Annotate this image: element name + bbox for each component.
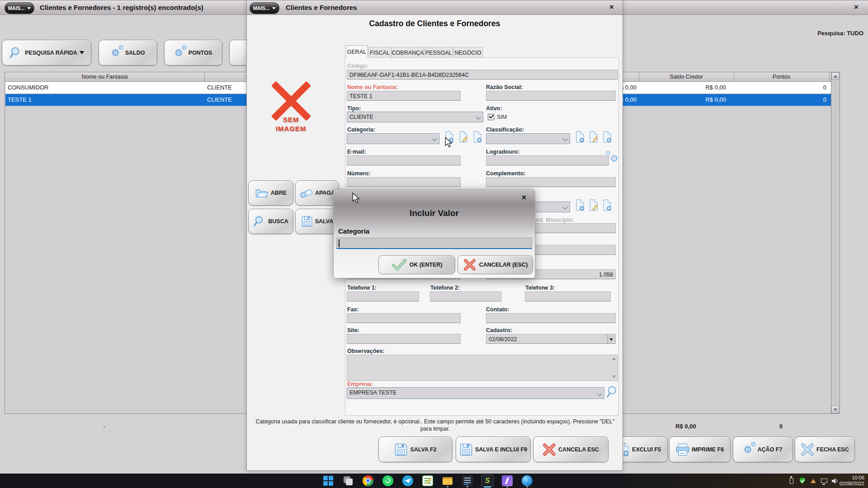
numero-field[interactable] (347, 177, 461, 187)
scroll-up-button[interactable] (611, 356, 617, 361)
chrome-button[interactable] (362, 474, 374, 487)
tab-cobranca[interactable]: COBRANÇA (392, 47, 424, 58)
cadastro-drop-button[interactable] (607, 335, 615, 344)
scroll-up-button[interactable] (831, 72, 839, 80)
dialog-categoria-input[interactable] (336, 238, 532, 249)
classificacao-combo[interactable] (486, 133, 570, 144)
update-tray-icon[interactable] (810, 478, 816, 484)
cadastro-field[interactable]: 02/08/2022 (486, 334, 616, 344)
complemento-field[interactable] (486, 177, 616, 187)
triangle-down-icon (609, 338, 613, 341)
cadastro-value: 02/08/2022 (489, 336, 517, 343)
acao-button[interactable]: AÇÃO F7 (733, 436, 793, 462)
form-mais-label: MAIS... (253, 5, 270, 11)
salva-e-inclui-button[interactable]: SALVA E INCLUI F9 (456, 436, 531, 462)
classificacao-delete-button[interactable] (602, 131, 612, 143)
empresa-label: Empresa: (347, 381, 373, 387)
municipio-delete-button[interactable] (602, 199, 612, 211)
cell-nome: CONSUMIDOR (8, 82, 202, 94)
municipio-add-button[interactable] (575, 199, 585, 211)
usb-tray-icon[interactable] (788, 478, 795, 484)
pesquisa-rapida-button[interactable]: PESQUISA RÁPIDA (2, 40, 91, 66)
form-close-button[interactable]: × (607, 3, 616, 12)
scroll-down-button[interactable] (831, 406, 839, 413)
chrome-icon (363, 475, 373, 486)
apaga-label: APAGA (315, 190, 335, 196)
document-edit-icon (459, 131, 468, 143)
chevron-down-icon (562, 204, 567, 209)
dialog-cancel-button[interactable]: CANCELAR (ESC) (458, 255, 533, 274)
tab-fiscal[interactable]: FISCAL (368, 47, 392, 58)
categoria-combo[interactable] (347, 133, 439, 144)
column-header-pontos[interactable]: Pontos (734, 72, 829, 81)
ativo-checkbox[interactable] (488, 114, 494, 120)
pontos-button[interactable]: PONTOS (164, 40, 222, 66)
salva-side-button[interactable]: SALVA (295, 209, 339, 234)
classificacao-add-button[interactable] (575, 131, 585, 143)
tipo-combo[interactable]: CLIENTE (347, 112, 483, 122)
dialog-close-button[interactable]: × (519, 193, 528, 202)
file-explorer-button[interactable] (441, 474, 454, 487)
telefone3-field[interactable] (525, 291, 611, 301)
column-header-nome[interactable]: Nome ou Fantasia (5, 72, 204, 81)
fax-field[interactable] (347, 313, 461, 323)
main-close-button[interactable]: × (852, 3, 861, 12)
start-button[interactable] (322, 474, 335, 487)
volume-tray-icon[interactable] (831, 478, 838, 484)
notepad-button[interactable] (421, 474, 434, 487)
table-scrollbar[interactable] (831, 72, 840, 413)
logradouro-lookup-button[interactable] (610, 153, 621, 165)
empresa-combo[interactable]: EMPRESA TESTE (347, 387, 604, 399)
razao-social-field[interactable] (486, 91, 616, 101)
categoria-delete-button[interactable] (472, 131, 482, 143)
empresa-search-button[interactable] (606, 385, 619, 399)
main-window-title: Clientes e Fornedores - 1 registro(s) en… (40, 4, 203, 11)
main-mais-menu-button[interactable]: MAIS... (5, 2, 34, 14)
taskbar-clock[interactable]: 10:06 02/08/2022 (840, 475, 864, 487)
taskbar-icons: S (322, 474, 533, 488)
saldo-button[interactable]: SALDO (99, 40, 157, 66)
task-view-button[interactable] (342, 474, 354, 487)
nome-fantasia-field[interactable]: TESTE 1 (347, 91, 461, 101)
active-app-button[interactable]: S (481, 474, 494, 487)
site-field[interactable] (347, 334, 461, 344)
floppy-disk-icon (459, 443, 473, 456)
form-mais-menu-button[interactable]: MAIS... (250, 2, 279, 14)
contato-field[interactable] (486, 313, 616, 323)
whatsapp-button[interactable] (382, 474, 394, 487)
tab-pessoal[interactable]: PESSOAL (424, 47, 453, 58)
active-app-icon: S (482, 475, 493, 486)
classificacao-edit-button[interactable] (589, 131, 599, 143)
dialog-ok-button[interactable]: OK (ENTER) (378, 255, 455, 274)
salva-f2-button[interactable]: SALVA F2 (378, 436, 453, 462)
fecha-button[interactable]: FECHA ESC (795, 436, 855, 462)
task-view-icon (343, 475, 354, 486)
notes-app-button[interactable] (461, 474, 474, 487)
total-pontos: 0 (733, 423, 829, 430)
abre-label: ABRE (271, 190, 287, 196)
column-header-saldo-credor[interactable]: Saldo Credor (639, 72, 734, 81)
tab-negocio[interactable]: NEGÓCIO (453, 47, 483, 58)
classificacao-label: Classificação: (486, 127, 524, 133)
imprime-button[interactable]: IMPRIME F6 (669, 436, 731, 462)
municipio-edit-button[interactable] (589, 199, 599, 211)
email-field[interactable] (347, 155, 461, 165)
categoria-edit-button[interactable] (458, 131, 468, 143)
tab-geral[interactable]: GERAL (345, 45, 368, 58)
cancela-button[interactable]: CANCELA ESC (533, 436, 609, 462)
telefone1-field[interactable] (347, 291, 419, 301)
network-tray-icon[interactable] (821, 478, 827, 484)
observacoes-textarea[interactable] (347, 355, 618, 381)
busca-button[interactable]: BUSCA (248, 209, 293, 234)
media-app-button[interactable] (501, 474, 514, 487)
logradouro-field[interactable] (486, 155, 609, 165)
telegram-button[interactable] (401, 474, 414, 487)
apaga-button[interactable]: APAGA (295, 180, 339, 206)
mouse-cursor (352, 192, 360, 203)
abre-button[interactable]: ABRE (248, 180, 293, 206)
dialog-title: Incluir Valor (334, 208, 535, 218)
security-shield-icon[interactable] (799, 478, 806, 484)
telefone2-field[interactable] (430, 291, 501, 301)
edge-button[interactable] (521, 474, 533, 487)
scroll-down-button[interactable] (611, 374, 617, 380)
